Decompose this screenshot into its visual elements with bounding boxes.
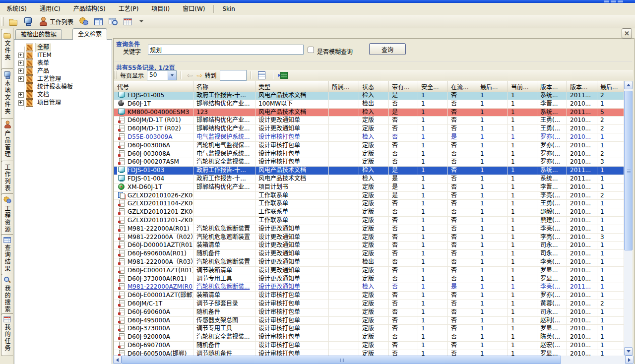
tree-expander-icon[interactable] <box>18 76 24 82</box>
table-row[interactable]: M981-222000A（R02）汽轮机危急遮断装置设计更改通知单定版否1否11… <box>114 234 624 242</box>
sidebar-tab-my-search[interactable]: 我的搜索 <box>1 274 13 316</box>
sidebar-tab-engineering-resources[interactable]: 工程资源 <box>1 193 13 237</box>
search-button[interactable]: 查询 <box>369 43 406 55</box>
sidebar-tab-local-folders[interactable]: 本地文件夹 <box>1 68 13 121</box>
table-row[interactable]: FDJS-01-004政府工作报告-十...风电产品技术文档检入是1否11系统.… <box>114 175 624 183</box>
table-row[interactable]: D60JM/D-1T (R02)邯郸结构优化产业...设计更改通知单定版否1否1… <box>114 125 624 133</box>
column-header-type[interactable]: 类型 <box>255 81 329 92</box>
vertical-scrollbar[interactable] <box>624 81 633 356</box>
tree-item[interactable]: 项目管理 <box>14 99 112 107</box>
tree-item[interactable]: 文档 <box>14 91 112 99</box>
tree-item[interactable]: 产品 <box>14 67 112 75</box>
column-header-carry[interactable]: 带有... <box>389 81 418 92</box>
close-panel-button[interactable]: ✕ <box>622 28 632 39</box>
column-header-last2[interactable]: 最后... <box>597 81 624 92</box>
tree-expander-icon[interactable] <box>18 68 24 74</box>
table-row[interactable]: D60J-690600A随机备件设计审核打包单定版否1否11司永...2010.… <box>114 308 624 317</box>
table-row[interactable]: D60JM/C-1T调节子部套目录设计审核打包单定版否1否11黄蓉(...201… <box>114 300 624 308</box>
table-search-button[interactable] <box>107 16 120 26</box>
per-page-select[interactable]: 50 <box>147 70 177 80</box>
column-header-flow[interactable]: 在流... <box>448 81 477 92</box>
table-row[interactable]: D60J-E00001AZT(邯郸)装箱清单设计审核打包单定版否1否11罗亦(.… <box>114 292 624 300</box>
tree-expander-icon[interactable] <box>18 100 24 106</box>
table-row[interactable]: M981-222000A(R01)汽轮机危急遮断装置设计更改通知单定版否1否11… <box>114 225 624 234</box>
window-minimize-button[interactable] <box>604 0 609 2</box>
prev-page-button[interactable]: ⇦ <box>187 71 193 80</box>
column-header-security[interactable]: 安全... <box>418 81 448 92</box>
sidebar-tab-product-management[interactable]: 产品管理 <box>1 118 13 164</box>
column-header-owner[interactable]: 所属... <box>329 81 359 92</box>
my-tasks-button[interactable] <box>122 17 134 26</box>
menu-window[interactable]: 窗口(W) <box>176 3 211 15</box>
scroll-left-button[interactable] <box>113 356 122 364</box>
column-header-status[interactable]: 状态 <box>359 81 389 92</box>
column-header-last1[interactable]: 最后... <box>477 81 508 92</box>
toolbar-overflow-button[interactable] <box>136 19 147 23</box>
table-row[interactable]: M981-222000A（R03）汽轮机危急遮断装置设计更改通知单检出否1否11… <box>114 258 624 267</box>
menu-process[interactable]: 工艺(P) <box>112 3 145 15</box>
column-header-code[interactable]: 代号 <box>114 81 193 92</box>
fuzzy-search-checkbox[interactable] <box>308 47 314 53</box>
open-folder-button[interactable] <box>7 16 20 27</box>
sidebar-tab-folders[interactable]: 文件夹 <box>1 29 13 71</box>
tree-expander-icon[interactable] <box>18 53 24 58</box>
menu-system[interactable]: 系统(S) <box>0 3 33 15</box>
sidebar-tab-work-list[interactable]: 工作列表 <box>1 161 13 196</box>
table-row[interactable]: FDJS-01-005政府工作报告-十...风电产品技术文档检入是1否11系统.… <box>114 92 624 100</box>
scroll-up-button[interactable] <box>624 81 633 89</box>
menu-common[interactable]: 通用(C) <box>33 3 67 15</box>
sidebar-tab-query-results[interactable]: 查询结果 <box>1 234 13 277</box>
scroll-right-button[interactable] <box>625 356 634 364</box>
column-header-version_by[interactable]: 版本... <box>537 81 567 92</box>
table-row[interactable]: D60J-373000A(R01)调节专用工具设计更改通知单定版否1否11罗显.… <box>114 275 624 284</box>
table-row[interactable]: M981-222000AZM(R01)汽轮机危急遮断装...设计更改通知单检入否… <box>114 283 624 292</box>
column-header-current[interactable]: 当前... <box>508 81 537 92</box>
tree-item[interactable]: 表单 <box>14 59 112 67</box>
tab-fulltext-search[interactable]: 全文检索 <box>72 28 107 40</box>
table-row[interactable]: D60J-C00001AZT(R01)调节装箱清单设计更改通知单定版否1否11罗… <box>114 267 624 275</box>
table-row[interactable]: FDJS-01-003政府工作报告-十...风电产品技术文档检入是1否11系统.… <box>114 167 624 175</box>
table-row[interactable]: D60J-000207ASM汽轮机安全监视装...设计审核打包单定版否1否11罗… <box>114 158 624 167</box>
table-row[interactable]: GZLXD20101201-ZK008工作联系单定版否1否11熊建(...201… <box>114 217 624 225</box>
table-row[interactable]: D60JM/D-1T (R01)邯郸结构优化产业...设计更改通知单定版否1否1… <box>114 117 624 125</box>
pager-grip[interactable] <box>115 71 117 79</box>
properties-view-button[interactable] <box>256 70 267 80</box>
column-header-version_date[interactable]: 版本... <box>567 81 597 92</box>
table-row[interactable]: D60J-003006A汽轮机电气监视保...设计审核打包单定版否1否11罗亦(… <box>114 142 624 150</box>
table-row[interactable]: D55E-003009A电气监视保护系统...设计审核打包单检入否1是11罗亦(… <box>114 133 624 142</box>
export-excel-button[interactable] <box>279 70 290 80</box>
table-row[interactable]: D60J-373000A调节专用工具设计审核打包单定版否1否11罗显...201… <box>114 325 624 333</box>
table-row[interactable]: D60J-690600A(R01)随机备件设计更改通知单定版否1否11司永...… <box>114 250 624 258</box>
keyword-input[interactable] <box>148 45 304 55</box>
goto-page-input[interactable] <box>220 70 247 81</box>
vertical-scrollbar-thumb[interactable] <box>624 91 633 250</box>
sidebar-tab-my-tasks[interactable]: 我的任务 <box>1 313 13 356</box>
table-row[interactable]: D60J-690700A随机备件设计审核打包单定版否1否11赵宏(...2010… <box>114 342 624 350</box>
worklist-button[interactable]: 工作列表 <box>37 16 75 27</box>
table-row[interactable]: GZLXD20101104-ZK004工作联系单定版否1否11王勇(...201… <box>114 200 624 208</box>
horizontal-scrollbar-thumb[interactable] <box>122 356 561 364</box>
tab-checked-out-data[interactable]: 被检出的数据 <box>15 29 62 40</box>
table-row[interactable]: GZLXD20101201-ZK003工作联系单定版否1否11邵毅(...201… <box>114 208 624 217</box>
table-row[interactable]: D60J-495000A传感器支架总图设计审核打包单定版否1否11赵利(...2… <box>114 317 624 325</box>
window-close-button[interactable] <box>618 0 623 2</box>
table-row[interactable]: D60J-600500A(邯郸)调节随机备件设计审核打包单定版否1否11罗显..… <box>114 350 624 356</box>
menu-project[interactable]: 项目(I) <box>145 3 176 15</box>
scroll-down-button[interactable] <box>624 347 633 356</box>
menu-product-structure[interactable]: 产品结构(S) <box>67 3 112 15</box>
table-row[interactable]: GZLXD20101026-ZK006工作联系单定版是1否11李亮(...201… <box>114 192 624 200</box>
window-maximize-button[interactable] <box>611 0 616 2</box>
table-row[interactable]: KM800-004000ESM3123风电产品技术文档检入是1否11系统...2… <box>114 109 624 117</box>
engineering-resources-button[interactable] <box>77 16 90 27</box>
tree-item[interactable]: ITEM <box>14 51 112 59</box>
table-row[interactable]: D60J-1T邯郸结构优化产业...100MW以下检出否1否11李晋...201… <box>114 100 624 109</box>
next-page-button[interactable]: ⇨ <box>197 71 203 80</box>
local-computer-button[interactable] <box>22 16 35 27</box>
per-page-dropdown-button[interactable] <box>168 71 176 80</box>
toolbar-grip[interactable] <box>1 17 4 26</box>
query-results-button[interactable] <box>92 17 105 26</box>
tree-expander-icon[interactable] <box>18 61 24 66</box>
table-row[interactable]: XM-D60J-1T邯郸结构优化产业...项目计划书定版是1否11李晋...20… <box>114 183 624 192</box>
table-row[interactable]: D60J-003008A电气监视保护系统...设计审核打包单定版否1否11罗亦(… <box>114 150 624 159</box>
tree-expander-icon[interactable] <box>18 92 24 98</box>
